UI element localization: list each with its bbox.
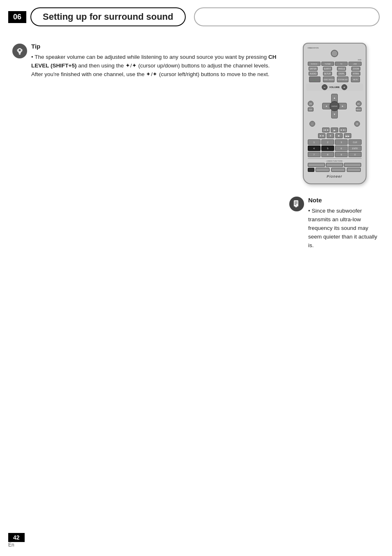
page-header: 06 Setting up for surround sound: [0, 0, 392, 30]
clear-btn[interactable]: CLR: [348, 139, 361, 145]
left-column: Tip • The speaker volume can be adjusted…: [12, 43, 281, 184]
tip-svg-icon: [15, 46, 25, 56]
left-side-btns: |◄ TOP: [308, 101, 314, 111]
num-0-btn[interactable]: 0: [348, 152, 361, 157]
page-title: Setting up for surround sound: [30, 7, 186, 26]
home-btn[interactable]: ⌂: [309, 121, 315, 127]
num-5-btn[interactable]: 5: [321, 146, 334, 151]
footer-left: 42 En: [8, 533, 25, 548]
shift-button[interactable]: [308, 168, 314, 172]
tip-content: Tip • The speaker volume can be adjusted…: [31, 43, 281, 79]
color-btn-1[interactable]: [316, 168, 330, 172]
display-btn[interactable]: DISPL: [337, 72, 346, 76]
standby-button[interactable]: [331, 50, 338, 57]
nav-area: |◄ TOP ▲ ▼ ◄ ► ENTER ►| MENU: [307, 92, 362, 120]
source-row: DVD/CD TV/RAD TV LINE: [308, 62, 362, 66]
note-content: Note • Since the subwoofer transmits an …: [308, 197, 380, 250]
bottom-section-container: Note • Since the subwoofer transmits an …: [0, 184, 392, 258]
chapter-badge: 06: [8, 11, 26, 23]
color-btn-2[interactable]: [331, 168, 345, 172]
home-end-row: ⌂ ⊕: [309, 121, 360, 127]
note-label: Note: [308, 197, 380, 204]
input-btn[interactable]: [308, 163, 325, 167]
num-2-btn[interactable]: 2: [321, 139, 334, 145]
note-body-text: Since the subwoofer transmits an ultra-l…: [308, 208, 377, 248]
nav-up-button[interactable]: ▲: [331, 94, 338, 102]
dvd-label: DVD: [306, 59, 362, 61]
volume-plus-button[interactable]: +: [341, 84, 347, 90]
enter-btn-1[interactable]: ENTER: [309, 67, 318, 71]
num-8-btn[interactable]: 8: [321, 152, 334, 157]
tv-button[interactable]: TV: [335, 62, 348, 66]
volume-minus-button[interactable]: −: [322, 84, 327, 90]
line-button[interactable]: LINE: [348, 62, 361, 66]
tip-box: Tip • The speaker volume can be adjusted…: [12, 43, 281, 79]
skip-back-btn[interactable]: |◄◄: [322, 127, 330, 132]
subtitle-btn[interactable]: SUBTIT: [323, 67, 332, 71]
end-btn[interactable]: ⊕: [354, 121, 360, 127]
nav-left-button[interactable]: ◄: [322, 103, 330, 109]
stop-btn[interactable]: ■: [335, 133, 343, 138]
transport-row-2: ◄◄ ⏸ ■ ▶▶: [306, 133, 363, 138]
nav-down-button[interactable]: ▼: [331, 110, 338, 118]
note-body: • Since the subwoofer transmits an ultra…: [308, 207, 380, 250]
channel-up-btn[interactable]: [326, 163, 343, 167]
tv-rad-button[interactable]: TV/RAD: [321, 62, 334, 66]
btn-row-3: --- VIDEO MODE SYSTEM SET MUTE: [308, 76, 362, 82]
bottom-section: LINKED FUNCTIONS: [308, 158, 362, 172]
num-3-btn[interactable]: 3: [335, 139, 348, 145]
transport-row-1: |◄◄ ▶ ►►|: [306, 127, 363, 132]
remote-wrapper: STAND BY/ON DVD DVD/CD TV/RAD TV LINE EN…: [289, 43, 380, 184]
tip-body: • The speaker volume can be adjusted whi…: [31, 53, 281, 79]
tip-label: Tip: [31, 43, 281, 50]
standby-label: STAND BY/ON: [308, 47, 363, 49]
return-btn[interactable]: RTRN: [351, 72, 360, 76]
zoom-btn[interactable]: ZOOM: [351, 67, 360, 71]
rew-btn[interactable]: ◄◄: [318, 133, 325, 138]
fwd-btn[interactable]: ▶▶: [344, 133, 351, 138]
right-side-btns: ►| MENU: [356, 101, 362, 111]
skip-fwd-btn[interactable]: ►►|: [339, 127, 347, 132]
enter-center-button[interactable]: ENTER: [330, 101, 339, 111]
prev-chapter-btn[interactable]: |◄: [308, 101, 314, 107]
enter-num-btn[interactable]: ENTR: [348, 146, 361, 151]
dvd-cd-button[interactable]: DVD/CD: [308, 62, 321, 66]
tip-bold-text: CH LEVEL (SHIFT+5): [31, 54, 277, 69]
menu-btn[interactable]: MENU: [356, 107, 362, 111]
bottom-left: [12, 197, 281, 250]
svg-point-2: [19, 49, 21, 51]
setup-btn[interactable]: SETUP: [323, 72, 332, 76]
audio-btn[interactable]: AUDIO: [309, 72, 318, 76]
note-svg-icon: [292, 199, 302, 209]
right-column: STAND BY/ON DVD DVD/CD TV/RAD TV LINE EN…: [289, 43, 380, 184]
play-btn[interactable]: ▶: [331, 127, 338, 132]
num-6-btn[interactable]: 6: [335, 146, 348, 151]
top-menu-btn[interactable]: TOP: [308, 107, 314, 111]
video-mode-btn[interactable]: VIDEO MODE: [323, 76, 334, 82]
volume-label: VOLUME: [329, 86, 340, 88]
pause-btn[interactable]: ⏸: [327, 133, 334, 138]
btn-row-1: ENTER SUBTIT ANGLE ZOOM: [306, 67, 363, 71]
num-1-btn[interactable]: 1: [308, 139, 321, 145]
nav-right-button[interactable]: ►: [339, 103, 347, 109]
note-box: Note • Since the subwoofer transmits an …: [289, 197, 380, 250]
nav-cross: ▲ ▼ ◄ ► ENTER: [322, 94, 347, 118]
angle-btn[interactable]: ANGLE: [337, 67, 346, 71]
mute-btn[interactable]: MUTE: [351, 76, 360, 82]
bottom-right: Note • Since the subwoofer transmits an …: [289, 197, 380, 250]
num-9-btn[interactable]: 9: [335, 152, 348, 157]
display-screen: ---: [309, 76, 321, 82]
main-content: Tip • The speaker volume can be adjusted…: [0, 30, 392, 184]
num-7-btn[interactable]: 7: [308, 152, 321, 157]
linked-label: LINKED FUNCTIONS: [308, 160, 362, 162]
page-footer: 42 En: [8, 533, 384, 548]
next-chapter-btn[interactable]: ►|: [356, 101, 362, 107]
color-row-1: [308, 163, 362, 167]
note-icon: [289, 197, 304, 211]
num-4-btn[interactable]: 4: [308, 146, 321, 151]
volume-up-btn[interactable]: [344, 163, 361, 167]
brand-label: Pioneer: [306, 174, 363, 178]
svg-rect-6: [295, 206, 297, 207]
color-btn-3[interactable]: [347, 168, 361, 172]
system-setup-btn[interactable]: SYSTEM SET: [337, 76, 348, 82]
